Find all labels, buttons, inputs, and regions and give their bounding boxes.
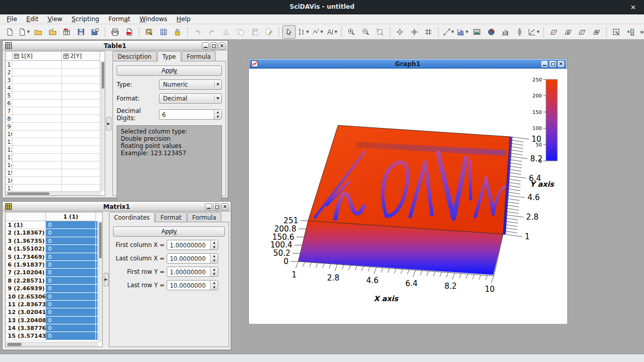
spin-down-icon[interactable]: ▼ [211,258,218,263]
spin-up-icon[interactable]: ▲ [214,110,221,114]
corner-header[interactable] [6,52,12,61]
table1-panel-splitter[interactable]: ▶ [106,51,111,196]
row-header[interactable]: 1 (1) [6,221,46,229]
edit-button[interactable] [262,25,276,39]
image-plot-button[interactable] [470,25,484,39]
cell-partial[interactable] [96,317,98,324]
row-header[interactable]: 11 [6,138,12,146]
cell[interactable] [12,123,62,130]
row-header[interactable]: 14 [6,161,12,169]
cell[interactable] [12,154,62,161]
lastrowy-spinbox[interactable]: 10.0000000▲▼ [167,280,218,290]
cell-partial[interactable] [96,269,98,276]
cell-partial[interactable] [96,332,98,340]
close-icon[interactable]: × [557,60,565,68]
row-header[interactable]: 13 (3.20408) [6,317,46,324]
close-icon[interactable]: × [629,3,638,12]
cell[interactable] [12,107,62,115]
spin-up-icon[interactable]: ▲ [211,240,218,245]
zoom-in-button[interactable] [345,25,358,39]
graph1-titlebar[interactable]: Graph1 × [249,59,566,69]
spin-down-icon[interactable]: ▼ [211,272,218,276]
plot-columns-dropdown-button[interactable]: ▼ [456,25,470,39]
maximize-icon[interactable] [213,203,220,210]
cell[interactable] [62,177,100,185]
cell-selected[interactable]: 0 [46,308,96,316]
pie-chart-button[interactable] [485,25,498,39]
menu-view[interactable]: View [43,15,67,23]
row-header[interactable]: 16 [6,177,12,185]
cell[interactable] [12,115,62,123]
cell[interactable] [62,100,100,107]
chevron-right-icon[interactable]: ▶ [104,273,109,286]
horizontal-scrollbar[interactable] [6,342,98,347]
import-ascii-button[interactable] [60,25,73,39]
menu-edit[interactable]: Edit [22,15,43,23]
cell[interactable] [12,69,62,76]
cell-partial[interactable] [96,229,98,237]
undo-button[interactable] [191,25,204,39]
table1-tab-formula[interactable]: Formula [182,51,216,61]
cell-selected[interactable]: 0 [46,269,96,276]
cell[interactable] [62,130,100,138]
minimize-icon[interactable] [205,203,212,210]
cell[interactable] [12,84,62,92]
table1-tab-type[interactable]: Type [157,51,181,61]
cell[interactable] [62,154,100,161]
cell[interactable] [12,100,62,107]
plot-3d-bars-button[interactable] [498,25,512,39]
cell-selected[interactable]: 0 [46,317,96,324]
menu-help[interactable]: Help [172,15,195,23]
cell-partial[interactable] [96,221,98,229]
row-header[interactable]: 15 (3.57143) [6,332,46,340]
format-select[interactable]: Decimal▼ [159,93,222,104]
column-header[interactable]: 1[X] [12,52,62,61]
error-bars-dropdown-button[interactable]: ▼ [297,25,310,39]
curve-segments-dropdown-button[interactable]: ▼ [311,25,324,39]
cut-button[interactable] [219,25,233,39]
cell-partial[interactable] [96,253,98,261]
cell-selected[interactable]: 0 [46,245,96,253]
cell[interactable] [62,138,100,146]
scrollbar-thumb[interactable] [102,62,104,89]
row-header[interactable]: 12 (3.02041) [6,308,46,316]
draw-line-dropdown-button[interactable]: ▼ [442,25,455,39]
apply-button[interactable]: Apply [113,226,225,237]
cell[interactable] [12,76,62,84]
type-select[interactable]: Numeric▼ [159,79,222,90]
cell-selected[interactable]: 0 [46,293,96,301]
cell-partial[interactable] [96,324,98,332]
row-header[interactable]: 8 [6,115,12,123]
table1-titlebar[interactable]: Table1 × [3,41,227,51]
cell[interactable] [62,76,100,84]
row-header[interactable]: 6 [6,100,12,107]
graph1-canvas[interactable]: 251200.8150.6100.450.2012.84.66.48.21012… [249,69,567,324]
spin-down-icon[interactable]: ▼ [211,285,218,290]
data-reader-button[interactable] [408,25,421,39]
plot3d-contour-button[interactable] [590,25,603,39]
matrix1-tab-coordinates[interactable]: Coordinates [109,212,155,222]
add-layer-button[interactable] [624,25,637,39]
corner-header[interactable] [6,212,46,221]
scrollbar-thumb[interactable] [99,222,102,258]
row-header[interactable]: 10 (2.65306) [6,293,46,301]
spin-down-icon[interactable]: ▼ [211,245,218,250]
table1-grid[interactable]: 1[X]2[Y]1234567891011121314151617 [5,51,105,196]
cell-selected[interactable]: 0 [46,277,96,285]
export-pdf-button[interactable] [123,25,136,39]
find-button[interactable] [142,25,156,39]
row-header[interactable]: 4 [6,84,12,92]
cell-partial[interactable] [96,285,98,292]
vertical-scrollbar[interactable] [98,221,102,342]
save-template-button[interactable] [89,25,102,39]
row-header[interactable]: 3 (1.36735) [6,237,46,245]
cell-partial[interactable] [96,301,98,308]
row-header[interactable]: 4 (1.55102) [6,245,46,253]
box-plot-button[interactable] [513,25,526,39]
toolbar-overflow-chevron[interactable]: » [640,28,644,36]
plot3d-ribbon-button[interactable] [547,25,560,39]
print-button[interactable] [108,25,122,39]
table1-window[interactable]: Table1 × 1[X]2[Y]12345678910111213141516… [2,40,228,198]
row-header[interactable]: 2 (1.18367) [6,229,46,237]
matrix1-panel-splitter[interactable]: ▶ [103,212,109,347]
